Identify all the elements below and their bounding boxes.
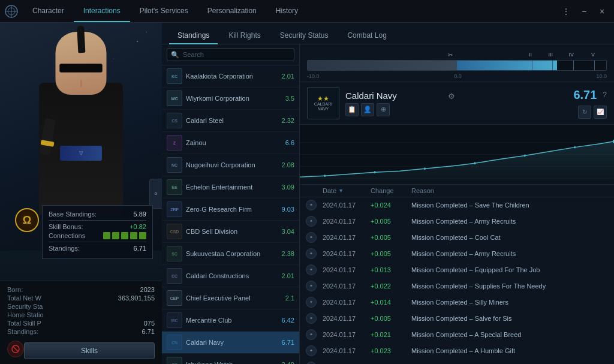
tx-icon: ✦: [305, 232, 318, 243]
app-logo[interactable]: [0, 0, 23, 23]
tx-faction-icon: ✦: [306, 216, 317, 227]
faction-standing-value: 2.08: [276, 161, 294, 169]
character-panel: ▽ Ω « Base Standings: 5.89 Skill Bonus: …: [0, 23, 162, 364]
minimize-button[interactable]: −: [577, 4, 591, 19]
skill-points-label: Total Skill P: [7, 320, 41, 327]
tx-change: +0.005: [371, 315, 407, 322]
tx-date: 2024.01.17: [323, 282, 366, 290]
standings-item[interactable]: SC Sukuuvestaa Corporation 2.38: [162, 243, 299, 265]
tab-personalization[interactable]: Personalization: [198, 0, 266, 22]
standings-item[interactable]: CSD CBD Sell Division 3.04: [162, 221, 299, 243]
panel-collapse-button[interactable]: «: [149, 179, 162, 209]
gauge-mid-label: 0.0: [454, 73, 462, 79]
th-date[interactable]: Date ▼: [323, 187, 366, 194]
tx-change: +0.005: [371, 218, 407, 225]
settings-gear-icon[interactable]: ⚙: [448, 92, 455, 101]
tx-icon: ✦: [305, 345, 318, 356]
more-options-button[interactable]: ⋮: [559, 4, 573, 19]
transactions-area: Date ▼ Change Reason ✦ 2024.01.17 +0.024…: [300, 185, 614, 364]
tx-change: +0.024: [371, 201, 407, 209]
tx-reason: Mission Completed – Equipped For The Job: [411, 266, 609, 273]
standings-item[interactable]: CC Caldari Constructions 2.01: [162, 265, 299, 287]
home-station-label: Home Statio: [7, 311, 44, 318]
standings-item[interactable]: ZRF Zero-G Research Firm 9.03: [162, 198, 299, 221]
tx-icon: ✦: [305, 281, 318, 291]
skills-button[interactable]: Skills: [24, 342, 155, 359]
standings-label-info: Standings:: [7, 328, 38, 335]
entity-standing-value: 6.71: [573, 88, 597, 102]
svg-line-5: [13, 347, 17, 351]
faction-standing-value: 3.09: [276, 183, 294, 191]
title-bar: Character Interactions Pilot's Services …: [0, 0, 614, 23]
tab-standings[interactable]: Standings: [169, 28, 218, 44]
table-row: ✦ 2024.01.17 +0.005 Mission Completed – …: [300, 230, 614, 246]
faction-standing-value: 2.38: [276, 250, 294, 257]
tab-security-status[interactable]: Security Status: [272, 28, 337, 44]
faction-name: Caldari Steel: [186, 117, 273, 124]
faction-standing-value: 6.42: [276, 317, 294, 324]
faction-icon: MC: [167, 312, 182, 328]
table-row: ✦ 2024.01.17 +0.013 Mission Completed – …: [300, 262, 614, 278]
tab-combat-log[interactable]: Combat Log: [339, 28, 395, 44]
faction-name: Nugoeihuvi Corporation: [186, 161, 273, 169]
faction-name: Zainou: [186, 139, 273, 146]
entity-chart-button[interactable]: 📈: [594, 106, 607, 119]
search-input[interactable]: [167, 48, 294, 61]
standings-item[interactable]: MC Mercantile Club 6.42: [162, 309, 299, 332]
search-box: 🔍: [162, 44, 299, 65]
tx-icon: ✦: [305, 200, 318, 210]
tx-faction-icon: ✦: [306, 264, 317, 275]
close-button[interactable]: ×: [595, 4, 609, 19]
standings-item[interactable]: EE Echelon Entertainment 3.09: [162, 176, 299, 198]
skill-name: Connections: [49, 232, 85, 239]
standings-item[interactable]: WC Wiyrkomi Corporation 3.5: [162, 88, 299, 110]
standings-item[interactable]: IW Ishukone Watch 2.49: [162, 354, 299, 364]
standings-item[interactable]: NC Nugoeihuvi Corporation 2.08: [162, 154, 299, 176]
tab-interactions[interactable]: Interactions: [74, 0, 130, 22]
tx-faction-icon: ✦: [306, 362, 317, 364]
entity-refresh-button[interactable]: ↻: [578, 106, 591, 119]
transaction-rows: ✦ 2024.01.17 +0.024 Mission Completed – …: [300, 197, 614, 364]
faction-name: Kaalakiota Corporation: [186, 73, 273, 80]
gauge-labels: -10.0 0.0 10.0: [307, 73, 607, 79]
faction-standing-value: 9.03: [276, 206, 294, 213]
tab-pilots-services[interactable]: Pilot's Services: [130, 0, 198, 22]
faction-name: Chief Executive Panel: [186, 294, 273, 302]
faction-standing-value: 3.5: [276, 95, 294, 102]
entity-add-contact-button[interactable]: 👤: [361, 103, 374, 116]
standings-item[interactable]: CEP Chief Executive Panel 2.1: [162, 287, 299, 309]
tab-history[interactable]: History: [266, 0, 308, 22]
faction-standing-value: 3.04: [276, 228, 294, 235]
tx-icon: ✦: [305, 329, 318, 340]
standings-item[interactable]: Z Zainou 6.6: [162, 132, 299, 154]
entity-add-button[interactable]: ⊕: [377, 103, 390, 116]
net-worth-label: Total Net W: [7, 294, 41, 302]
tab-kill-rights[interactable]: Kill Rights: [220, 28, 269, 44]
faction-name: Ishukone Watch: [186, 361, 273, 364]
faction-icon: CS: [167, 113, 182, 128]
table-row: ✦ 2024.01.17 +0.014 Mission Completed – …: [300, 359, 614, 364]
table-row: ✦ 2024.01.17 +0.024 Mission Completed – …: [300, 197, 614, 213]
tx-reason: Mission Completed – Silly Miners: [411, 299, 609, 306]
blocked-icon[interactable]: [7, 341, 24, 357]
faction-icon: NC: [167, 157, 182, 173]
faction-standing-value: 6.71: [276, 339, 294, 346]
tx-reason: Mission Completed – A Humble Gift: [411, 347, 609, 354]
standings-item[interactable]: KC Kaalakiota Corporation 2.01: [162, 65, 299, 88]
tab-character[interactable]: Character: [23, 0, 74, 22]
standings-items: KC Kaalakiota Corporation 2.01 WC Wiyrko…: [162, 65, 299, 364]
standings-item[interactable]: CS Caldari Steel 2.32: [162, 110, 299, 132]
faction-name: Echelon Entertainment: [186, 183, 273, 191]
entity-help-icon[interactable]: ?: [603, 91, 607, 99]
tx-change: +0.013: [371, 266, 407, 273]
entity-show-info-button[interactable]: 📋: [345, 103, 359, 116]
tx-change: +0.014: [371, 299, 407, 306]
standings-item[interactable]: CN Caldari Navy 6.71: [162, 332, 299, 354]
th-reason: Reason: [411, 187, 609, 194]
table-row: ✦ 2024.01.17 +0.023 Mission Completed – …: [300, 343, 614, 359]
tx-change: +0.005: [371, 250, 407, 257]
skill-pips: [103, 232, 146, 239]
omega-badge: Ω: [15, 208, 39, 232]
entity-actions: 📋 👤 ⊕: [345, 103, 573, 116]
tx-icon: ✦: [305, 362, 318, 364]
